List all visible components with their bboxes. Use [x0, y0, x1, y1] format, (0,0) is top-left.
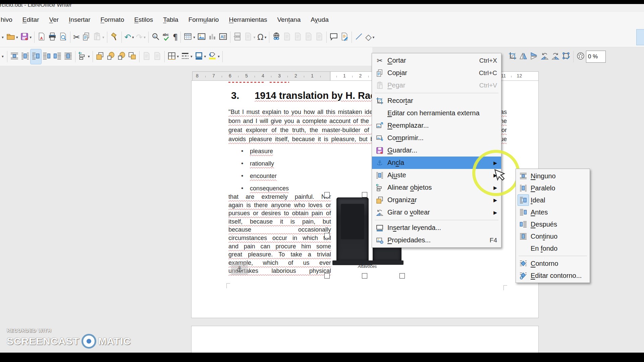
selection-handle-top-middle[interactable]: [362, 192, 367, 197]
bring-to-front-button[interactable]: [95, 49, 105, 64]
selection-handle-top-left[interactable]: [324, 192, 330, 197]
context-menu-item-copiar[interactable]: CopiarCtrl+C: [372, 67, 501, 79]
dropdown-arrow-icon[interactable]: ▾: [30, 35, 32, 40]
context-menu-item-recortar[interactable]: Recortar: [372, 95, 501, 107]
transformations-button[interactable]: [561, 49, 572, 64]
submenu-item-después[interactable]: Después: [516, 218, 590, 230]
image-filter-button[interactable]: [575, 49, 586, 64]
rotate-right-button[interactable]: [550, 49, 561, 64]
menubar-item-ayuda[interactable]: Ayuda: [306, 14, 334, 25]
context-menu-item-comprimir[interactable]: Comprimir...: [372, 132, 501, 144]
selection-handle-bottom-left[interactable]: [324, 273, 330, 279]
bring-forward-button[interactable]: [105, 49, 116, 64]
context-menu-item-reemplazar[interactable]: Reemplazar...: [372, 119, 501, 132]
context-menu-item-cortar[interactable]: ✂CortarCtrl+X: [372, 54, 501, 67]
cross-reference-button[interactable]: [314, 30, 325, 45]
wrap-optimal-button[interactable]: [31, 49, 41, 64]
submenu-item-continuo[interactable]: Continuo: [516, 230, 590, 242]
flip-horizontally-button[interactable]: [529, 49, 539, 64]
dropdown-arrow-icon[interactable]: ▾: [193, 35, 195, 40]
selection-handle-middle-left[interactable]: [324, 233, 330, 238]
undo-button[interactable]: ↶▾: [123, 30, 135, 45]
transparency-field[interactable]: 0 %: [586, 51, 606, 63]
draw-functions-button-partial[interactable]: [637, 29, 644, 45]
wrap-through-button[interactable]: [63, 49, 73, 64]
submenu-item-editar-contorno[interactable]: Editar contorno...: [516, 269, 590, 282]
wrap-parallel-button[interactable]: [20, 49, 31, 64]
flip-vertically-button[interactable]: [518, 49, 529, 64]
dropdown-arrow-icon[interactable]: ▾: [204, 54, 206, 59]
context-menu-item-insertar-leyenda[interactable]: Insertar leyenda...: [372, 222, 501, 234]
dropdown-arrow-icon[interactable]: ▾: [218, 54, 220, 59]
title-bar[interactable]: ercicio.odt - LibreOffice Writer: [0, 4, 644, 12]
prev-group-dropdown-cut[interactable]: ▾: [0, 54, 5, 59]
menubar-item-estilos[interactable]: Estilos: [129, 14, 158, 25]
spelling-button[interactable]: abc: [161, 30, 172, 45]
hyperlink-button[interactable]: [271, 30, 282, 45]
wrap-after-button[interactable]: [52, 49, 63, 64]
menubar-item-herramientas[interactable]: Herramientas: [224, 14, 272, 25]
print-button[interactable]: [47, 30, 58, 45]
submenu-item-ideal[interactable]: Ideal: [516, 194, 590, 206]
menubar-item-tabla[interactable]: Tabla: [158, 14, 183, 25]
menubar-item-formato[interactable]: Formato: [95, 14, 129, 25]
menubar-item-editar[interactable]: Editar: [17, 14, 44, 25]
insert-table-button[interactable]: ▾: [182, 30, 196, 45]
cut-button[interactable]: ✂: [72, 30, 81, 45]
dropdown-arrow-icon[interactable]: ▾: [88, 54, 90, 59]
context-menu-item-girar-o-voltear[interactable]: Girar o voltear▶: [372, 206, 501, 219]
border-color-button[interactable]: ▾: [194, 49, 207, 64]
submenu-item-paralelo[interactable]: Paralelo: [516, 182, 590, 194]
submenu-item-en-fondo[interactable]: En fondo: [516, 242, 590, 254]
endnote-button[interactable]: [292, 30, 303, 45]
open-button[interactable]: ▾: [5, 30, 19, 45]
insert-field-button[interactable]: ▾: [243, 30, 257, 45]
borders-button[interactable]: ▾: [166, 49, 180, 64]
right-page-style-button[interactable]: [152, 49, 163, 64]
crop-image-button[interactable]: [507, 49, 518, 64]
redo-button[interactable]: ↷▾: [135, 30, 147, 45]
menubar-item-ventana[interactable]: Ventana: [272, 14, 306, 25]
comment-button[interactable]: [328, 30, 339, 45]
context-menu-item-pegar[interactable]: PegarCtrl+V: [372, 79, 501, 92]
menubar-item-ver[interactable]: Ver: [44, 14, 64, 25]
special-character-button[interactable]: Ω▾: [256, 30, 267, 45]
export-pdf-button[interactable]: A: [36, 30, 47, 45]
align-objects-button[interactable]: ▾: [77, 49, 91, 64]
dropdown-arrow-icon[interactable]: ▾: [177, 54, 179, 59]
find-replace-button[interactable]: a: [150, 30, 161, 45]
formatting-marks-button[interactable]: ¶: [172, 30, 179, 45]
dropdown-arrow-icon[interactable]: ▾: [144, 35, 146, 40]
highlight-color-button[interactable]: ▾: [207, 49, 221, 64]
context-menu-item-organizar[interactable]: Organizar▶: [372, 194, 501, 206]
clone-formatting-button[interactable]: [109, 30, 120, 45]
submenu-item-contorno[interactable]: Contorno: [516, 257, 590, 269]
page-break-button[interactable]: [232, 30, 243, 45]
paste-button[interactable]: ▾: [92, 30, 105, 45]
context-menu-item-propiedades[interactable]: Propiedades...F4: [372, 234, 501, 246]
context-menu-item-editar-con-herramienta-externa[interactable]: Editar con herramienta externa: [372, 107, 501, 119]
left-page-style-button[interactable]: [141, 49, 152, 64]
dropdown-arrow-icon[interactable]: ▾: [265, 35, 267, 40]
selection-handle-bottom-right[interactable]: [399, 273, 405, 279]
new-dropdown-cut[interactable]: ▾: [0, 35, 5, 40]
menubar-item-formulario[interactable]: Formulario: [183, 14, 224, 25]
wrap-before-button[interactable]: [41, 49, 52, 64]
copy-button[interactable]: [81, 30, 92, 45]
dropdown-arrow-icon[interactable]: ▾: [132, 35, 134, 40]
save-button[interactable]: ▾: [19, 30, 33, 45]
track-changes-button[interactable]: [339, 30, 350, 45]
send-to-back-button[interactable]: [127, 49, 138, 64]
selection-handle-bottom-middle[interactable]: [362, 273, 367, 279]
dropdown-arrow-icon[interactable]: ▾: [254, 35, 256, 40]
dropdown-arrow-icon[interactable]: ▾: [102, 35, 104, 40]
insert-textbox-button[interactable]: A: [218, 30, 228, 45]
dropdown-arrow-icon[interactable]: ▾: [16, 35, 18, 40]
bookmark-button[interactable]: [303, 30, 314, 45]
menubar-item-hivo[interactable]: hivo: [0, 14, 17, 25]
print-preview-button[interactable]: [58, 30, 68, 45]
dropdown-arrow-icon[interactable]: ▾: [191, 54, 193, 59]
send-backward-button[interactable]: [116, 49, 127, 64]
menubar-item-insertar[interactable]: Insertar: [64, 14, 95, 25]
border-style-button[interactable]: ▾: [180, 49, 194, 64]
